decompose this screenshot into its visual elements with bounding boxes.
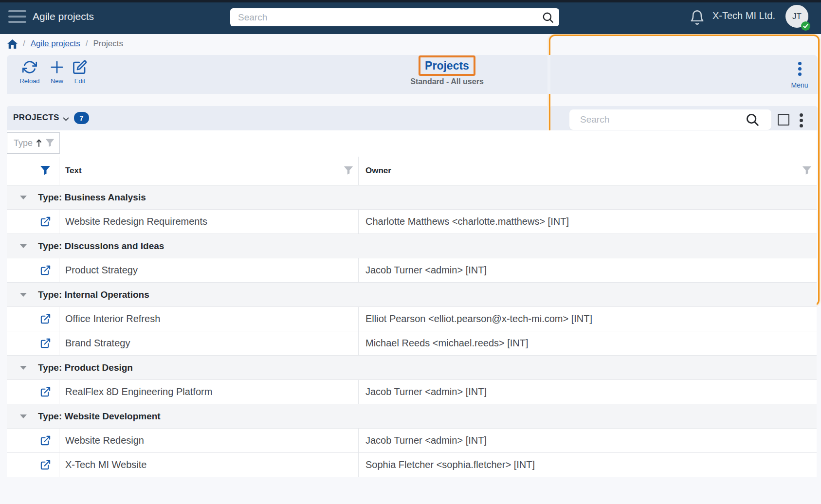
table-row[interactable]: Office Interior Refresh Elliot Pearson <… bbox=[7, 307, 817, 331]
project-owner: Charlotte Matthews <charlotte.matthews> … bbox=[365, 216, 569, 227]
view-title[interactable]: Projects bbox=[425, 59, 469, 72]
collapse-group-icon[interactable] bbox=[20, 414, 27, 418]
select-all-icon[interactable] bbox=[778, 114, 789, 126]
table-row[interactable]: Brand Strategy Michael Reeds <michael.re… bbox=[7, 331, 817, 356]
search-icon[interactable] bbox=[542, 11, 554, 26]
group-row[interactable]: Type: Website Development bbox=[7, 404, 817, 429]
open-item-icon[interactable] bbox=[40, 435, 51, 446]
collapse-group-icon[interactable] bbox=[20, 366, 27, 370]
record-count-badge: 7 bbox=[74, 112, 89, 124]
group-label: Type: Website Development bbox=[38, 411, 161, 422]
table-row[interactable]: X-Tech MI Website Sophia Fletcher <sophi… bbox=[7, 453, 817, 477]
project-owner: Elliot Pearson <elliot.pearson@x-tech-mi… bbox=[365, 313, 592, 324]
open-item-icon[interactable] bbox=[40, 386, 51, 397]
view-subtitle: Standard - All users bbox=[370, 77, 524, 86]
projects-table: Type Text bbox=[7, 130, 817, 477]
grouping-strip: Type bbox=[7, 130, 817, 157]
menu-button[interactable]: Menu bbox=[788, 60, 811, 89]
table-row[interactable]: RealFlex 8D Engineering Platform Jacob T… bbox=[7, 380, 817, 404]
online-status-check-icon bbox=[801, 21, 810, 31]
breadcrumb-separator: / bbox=[23, 39, 25, 49]
search-icon[interactable] bbox=[745, 112, 760, 129]
sort-ascending-icon[interactable] bbox=[36, 139, 42, 147]
group-chip-label: Type bbox=[14, 138, 33, 148]
filter-icon[interactable] bbox=[344, 166, 353, 176]
project-text: Brand Strategy bbox=[65, 338, 130, 349]
active-filter-icon[interactable] bbox=[39, 165, 51, 176]
header-text-cell[interactable]: Text bbox=[59, 157, 359, 185]
group-by-type-chip[interactable]: Type bbox=[7, 132, 60, 154]
hamburger-menu-icon[interactable] bbox=[8, 10, 26, 24]
project-text: Website Redesign bbox=[65, 435, 144, 446]
header-filter-cell bbox=[7, 157, 59, 185]
view-title-highlight: Projects bbox=[419, 55, 475, 76]
project-owner: Jacob Turner <admin> [INT] bbox=[365, 386, 487, 397]
reload-label: Reload bbox=[16, 77, 43, 85]
edit-button[interactable]: Edit bbox=[66, 60, 93, 85]
group-row[interactable]: Type: Discussions and Ideas bbox=[7, 234, 817, 258]
filter-icon[interactable] bbox=[45, 139, 55, 148]
project-text: X-Tech MI Website bbox=[65, 459, 146, 470]
breadcrumb-link-agile-projects[interactable]: Agile projects bbox=[31, 39, 80, 49]
menu-label: Menu bbox=[788, 81, 811, 89]
reload-button[interactable]: Reload bbox=[16, 60, 43, 85]
table-header-row: Text Owner bbox=[7, 157, 817, 185]
app-title: Agile projects bbox=[33, 11, 94, 22]
column-header-owner: Owner bbox=[365, 166, 391, 176]
app-screen: Agile projects X-Tech MI Ltd. JT bbox=[0, 0, 821, 504]
projects-list-header: PROJECTS 7 bbox=[7, 106, 547, 130]
browser-edge-strip bbox=[0, 0, 821, 2]
more-vertical-icon[interactable] bbox=[800, 111, 803, 131]
group-row[interactable]: Type: Business Analysis bbox=[7, 185, 817, 210]
list-search-input[interactable] bbox=[569, 109, 771, 130]
table-row[interactable]: Website Redesign Jacob Turner <admin> [I… bbox=[7, 429, 817, 453]
group-row[interactable]: Type: Product Design bbox=[7, 356, 817, 380]
group-label: Type: Business Analysis bbox=[38, 192, 146, 203]
collapse-group-icon[interactable] bbox=[20, 293, 27, 297]
global-search-input[interactable] bbox=[230, 8, 559, 26]
group-label: Type: Product Design bbox=[38, 362, 133, 373]
breadcrumb-current: Projects bbox=[93, 39, 123, 49]
group-label: Type: Internal Operations bbox=[38, 289, 149, 300]
project-owner: Jacob Turner <admin> [INT] bbox=[365, 265, 487, 276]
column-header-text: Text bbox=[65, 166, 82, 176]
collapse-group-icon[interactable] bbox=[20, 244, 27, 248]
breadcrumb-separator: / bbox=[86, 39, 88, 49]
more-vertical-icon bbox=[798, 60, 802, 78]
chevron-down-icon[interactable] bbox=[62, 115, 70, 125]
open-item-icon[interactable] bbox=[40, 265, 51, 276]
company-name[interactable]: X-Tech MI Ltd. bbox=[712, 10, 775, 21]
group-row[interactable]: Type: Internal Operations bbox=[7, 283, 817, 307]
notifications-bell-icon[interactable] bbox=[689, 9, 705, 28]
open-item-icon[interactable] bbox=[40, 459, 51, 470]
home-icon[interactable] bbox=[7, 39, 18, 49]
top-navbar: Agile projects X-Tech MI Ltd. JT bbox=[0, 0, 821, 34]
project-owner: Michael Reeds <michael.reeds> [INT] bbox=[365, 338, 529, 349]
project-owner: Sophia Fletcher <sophia.fletcher> [INT] bbox=[365, 459, 535, 470]
breadcrumb: / Agile projects / Projects bbox=[7, 37, 123, 50]
toolbar-right: Menu bbox=[547, 55, 818, 94]
list-title[interactable]: PROJECTS bbox=[13, 113, 59, 123]
project-owner: Jacob Turner <admin> [INT] bbox=[365, 435, 487, 446]
open-item-icon[interactable] bbox=[40, 216, 51, 227]
project-text: RealFlex 8D Engineering Platform bbox=[65, 386, 212, 397]
group-label: Type: Discussions and Ideas bbox=[38, 241, 164, 252]
open-item-icon[interactable] bbox=[40, 313, 51, 324]
edit-label: Edit bbox=[66, 77, 93, 85]
project-text: Product Strategy bbox=[65, 265, 138, 276]
collapse-group-icon[interactable] bbox=[20, 196, 27, 199]
table-row[interactable]: Product Strategy Jacob Turner <admin> [I… bbox=[7, 258, 817, 283]
list-tools-bar bbox=[550, 106, 818, 130]
project-text: Office Interior Refresh bbox=[65, 313, 160, 324]
header-owner-cell[interactable]: Owner bbox=[359, 157, 817, 185]
open-item-icon[interactable] bbox=[40, 338, 51, 349]
toolbar: Reload New Edit Projects Standard - All … bbox=[7, 55, 547, 94]
filter-icon[interactable] bbox=[802, 166, 812, 176]
project-text: Website Redesign Requirements bbox=[65, 216, 207, 227]
table-row[interactable]: Website Redesign Requirements Charlotte … bbox=[7, 210, 817, 234]
